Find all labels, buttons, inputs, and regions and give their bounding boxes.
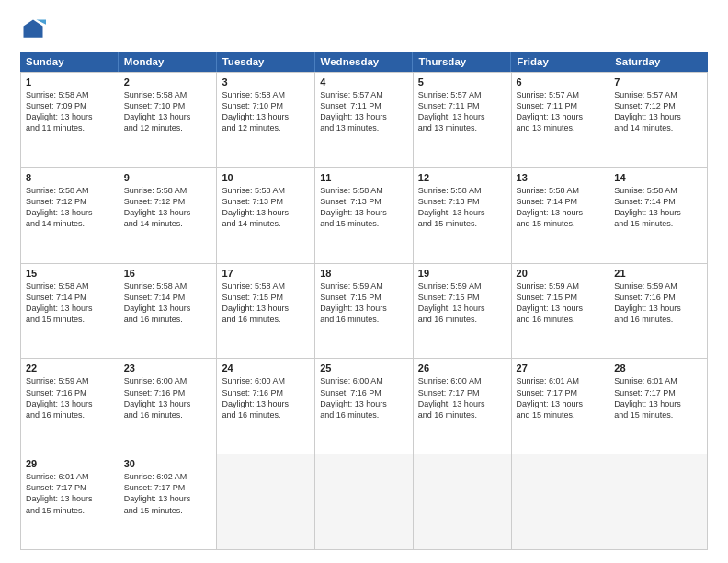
cell-line: Sunset: 7:12 PM bbox=[26, 196, 114, 207]
day-number: 7 bbox=[614, 76, 702, 87]
cell-line: and 15 minutes. bbox=[124, 505, 212, 516]
calendar-cell: 25Sunrise: 6:00 AMSunset: 7:16 PMDayligh… bbox=[315, 359, 414, 454]
cell-line: Daylight: 13 hours bbox=[124, 303, 212, 314]
cell-line: Daylight: 13 hours bbox=[26, 111, 114, 122]
calendar-cell: 15Sunrise: 5:58 AMSunset: 7:14 PMDayligh… bbox=[21, 264, 119, 360]
cell-line: Sunrise: 5:59 AM bbox=[614, 281, 702, 292]
cell-line: Daylight: 13 hours bbox=[26, 493, 114, 504]
calendar-header-day: Wednesday bbox=[315, 52, 414, 72]
calendar-cell: 24Sunrise: 6:00 AMSunset: 7:16 PMDayligh… bbox=[217, 359, 315, 454]
day-number: 17 bbox=[222, 268, 310, 279]
cell-line: Sunrise: 6:00 AM bbox=[320, 375, 408, 386]
day-number: 11 bbox=[320, 172, 408, 183]
logo bbox=[20, 17, 50, 42]
cell-line: Sunset: 7:13 PM bbox=[418, 196, 506, 207]
calendar-cell: 16Sunrise: 5:58 AMSunset: 7:14 PMDayligh… bbox=[119, 264, 218, 360]
svg-marker-0 bbox=[24, 20, 43, 38]
day-number: 18 bbox=[320, 268, 408, 279]
cell-line: Sunset: 7:12 PM bbox=[614, 100, 702, 111]
cell-line: Sunrise: 5:59 AM bbox=[418, 281, 506, 292]
cell-line: Sunrise: 6:01 AM bbox=[26, 471, 114, 482]
day-number: 30 bbox=[124, 458, 212, 469]
calendar-cell-empty bbox=[414, 454, 512, 550]
cell-line: Sunrise: 5:58 AM bbox=[26, 185, 114, 196]
cell-line: and 16 minutes. bbox=[26, 409, 114, 420]
cell-line: Sunrise: 5:58 AM bbox=[320, 185, 408, 196]
calendar-cell: 28Sunrise: 6:01 AMSunset: 7:17 PMDayligh… bbox=[609, 359, 708, 454]
cell-line: Daylight: 13 hours bbox=[124, 207, 212, 218]
calendar-cell: 19Sunrise: 5:59 AMSunset: 7:15 PMDayligh… bbox=[414, 264, 512, 360]
cell-line: and 16 minutes. bbox=[222, 409, 310, 420]
calendar-cell: 30Sunrise: 6:02 AMSunset: 7:17 PMDayligh… bbox=[119, 454, 218, 550]
day-number: 14 bbox=[614, 172, 702, 183]
cell-line: and 15 minutes. bbox=[614, 409, 702, 420]
day-number: 28 bbox=[614, 362, 702, 373]
cell-line: Sunrise: 5:57 AM bbox=[614, 89, 702, 100]
cell-line: Daylight: 13 hours bbox=[517, 398, 605, 409]
day-number: 12 bbox=[418, 172, 506, 183]
cell-line: Sunset: 7:15 PM bbox=[517, 292, 605, 303]
cell-line: and 16 minutes. bbox=[320, 314, 408, 325]
cell-line: and 13 minutes. bbox=[517, 122, 605, 133]
cell-line: Sunset: 7:17 PM bbox=[517, 387, 605, 398]
cell-line: Sunset: 7:14 PM bbox=[517, 196, 605, 207]
cell-line: Sunrise: 5:58 AM bbox=[124, 89, 212, 100]
calendar-cell: 22Sunrise: 5:59 AMSunset: 7:16 PMDayligh… bbox=[21, 359, 119, 454]
cell-line: and 14 minutes. bbox=[614, 122, 702, 133]
cell-line: Sunset: 7:17 PM bbox=[124, 482, 212, 493]
cell-line: and 16 minutes. bbox=[614, 314, 702, 325]
cell-line: Sunset: 7:16 PM bbox=[614, 292, 702, 303]
cell-line: Sunset: 7:17 PM bbox=[418, 387, 506, 398]
cell-line: and 16 minutes. bbox=[418, 314, 506, 325]
calendar-cell: 4Sunrise: 5:57 AMSunset: 7:11 PMDaylight… bbox=[315, 73, 414, 168]
cell-line: Daylight: 13 hours bbox=[614, 111, 702, 122]
cell-line: Sunset: 7:13 PM bbox=[222, 196, 310, 207]
cell-line: and 11 minutes. bbox=[26, 122, 114, 133]
day-number: 13 bbox=[517, 172, 605, 183]
day-number: 26 bbox=[418, 362, 506, 373]
calendar-cell: 13Sunrise: 5:58 AMSunset: 7:14 PMDayligh… bbox=[512, 168, 610, 264]
calendar-cell: 8Sunrise: 5:58 AMSunset: 7:12 PMDaylight… bbox=[21, 168, 119, 264]
cell-line: Sunrise: 6:00 AM bbox=[222, 375, 310, 386]
cell-line: Sunrise: 5:58 AM bbox=[26, 89, 114, 100]
calendar-cell: 29Sunrise: 6:01 AMSunset: 7:17 PMDayligh… bbox=[21, 454, 119, 550]
cell-line: and 16 minutes. bbox=[418, 409, 506, 420]
cell-line: Daylight: 13 hours bbox=[517, 111, 605, 122]
header bbox=[20, 17, 708, 42]
cell-line: and 15 minutes. bbox=[26, 314, 114, 325]
cell-line: Daylight: 13 hours bbox=[222, 398, 310, 409]
day-number: 19 bbox=[418, 268, 506, 279]
cell-line: Sunset: 7:11 PM bbox=[320, 100, 408, 111]
cell-line: Daylight: 13 hours bbox=[124, 398, 212, 409]
calendar-cell: 27Sunrise: 6:01 AMSunset: 7:17 PMDayligh… bbox=[512, 359, 610, 454]
cell-line: Sunrise: 5:57 AM bbox=[418, 89, 506, 100]
day-number: 2 bbox=[124, 76, 212, 87]
cell-line: Sunrise: 5:58 AM bbox=[26, 281, 114, 292]
day-number: 24 bbox=[222, 362, 310, 373]
cell-line: and 13 minutes. bbox=[418, 122, 506, 133]
cell-line: Daylight: 13 hours bbox=[614, 303, 702, 314]
calendar-cell: 10Sunrise: 5:58 AMSunset: 7:13 PMDayligh… bbox=[217, 168, 315, 264]
calendar-header-day: Tuesday bbox=[217, 52, 315, 72]
calendar-cell: 21Sunrise: 5:59 AMSunset: 7:16 PMDayligh… bbox=[609, 264, 708, 360]
day-number: 21 bbox=[614, 268, 702, 279]
cell-line: Daylight: 13 hours bbox=[124, 111, 212, 122]
cell-line: Sunset: 7:15 PM bbox=[320, 292, 408, 303]
cell-line: Daylight: 13 hours bbox=[418, 398, 506, 409]
cell-line: Daylight: 13 hours bbox=[320, 207, 408, 218]
cell-line: Sunrise: 6:00 AM bbox=[124, 375, 212, 386]
cell-line: Daylight: 13 hours bbox=[418, 207, 506, 218]
cell-line: and 16 minutes. bbox=[320, 409, 408, 420]
cell-line: Sunrise: 5:58 AM bbox=[222, 89, 310, 100]
cell-line: Sunrise: 6:01 AM bbox=[614, 375, 702, 386]
day-number: 5 bbox=[418, 76, 506, 87]
calendar-cell: 26Sunrise: 6:00 AMSunset: 7:17 PMDayligh… bbox=[414, 359, 512, 454]
cell-line: and 15 minutes. bbox=[614, 218, 702, 229]
cell-line: Sunrise: 5:57 AM bbox=[320, 89, 408, 100]
cell-line: Daylight: 13 hours bbox=[320, 398, 408, 409]
cell-line: and 12 minutes. bbox=[124, 122, 212, 133]
cell-line: Sunset: 7:17 PM bbox=[614, 387, 702, 398]
day-number: 22 bbox=[26, 362, 114, 373]
calendar-cell: 9Sunrise: 5:58 AMSunset: 7:12 PMDaylight… bbox=[119, 168, 218, 264]
calendar-header-day: Monday bbox=[119, 52, 217, 72]
